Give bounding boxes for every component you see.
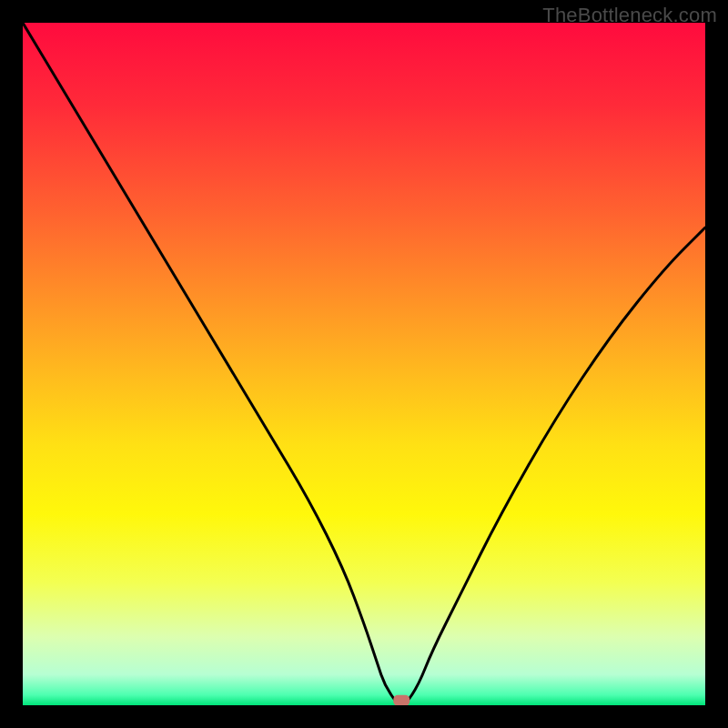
chart-svg <box>23 23 705 705</box>
chart-frame: TheBottleneck.com <box>0 0 728 728</box>
plot-area <box>23 23 705 705</box>
chart-background <box>23 23 705 705</box>
min-marker <box>393 695 410 705</box>
